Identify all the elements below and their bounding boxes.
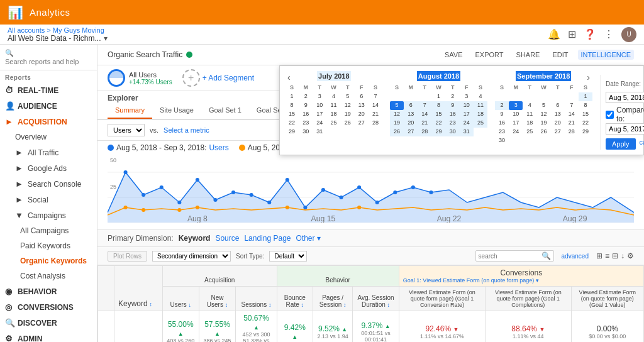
th-viewedcompletions[interactable]: Viewed Estimate Form (on quote form page… [486,287,572,311]
conv-dropdown[interactable]: Goal 1: Viewed Estimate Form (on quote f… [403,277,640,284]
intelligence-button[interactable]: INTELLIGENCE [578,50,634,60]
search-input[interactable] [5,58,92,65]
breadcrumb[interactable]: All accounts > My Guys Moving [8,26,108,34]
metric-select[interactable]: Users [108,124,145,136]
cal-next-icon[interactable]: › [584,72,592,82]
sidebar-item-acquisition[interactable]: ► ACQUISITION [0,114,97,130]
sidebar-item-paidkeywords[interactable]: Paid Keywords [0,238,97,253]
sidebar-item-conversions[interactable]: ◎ CONVERSIONS [0,299,97,315]
add-segment-button[interactable]: + + Add Segment [182,69,254,87]
searchconsole-icon: ► [15,179,24,189]
settings-icon[interactable]: ⚙ [627,251,634,260]
sidebar-item-discover[interactable]: 🔍 DISCOVER [0,315,97,331]
conversions-icon: ◎ [5,302,14,312]
sidebar-label-acquisition: ACQUISITION [18,118,67,126]
sort-type-label: Sort Type: [236,253,264,260]
sidebar-label-costanalysis: Cost Analysis [20,272,65,280]
sidebar-item-realtime[interactable]: ⏱ REAL-TIME [0,82,97,98]
grid-view-icon[interactable]: ⊞ [596,251,602,260]
cal-prev-icon[interactable]: ‹ [285,72,293,82]
more-vert-icon[interactable]: ⋮ [604,28,614,40]
svg-point-12 [267,201,271,204]
behavior-icon: ◉ [5,287,14,296]
primary-dim-label: Primary Dimension: [108,234,174,243]
totals-label-cell [114,311,163,343]
bell-icon[interactable]: 🔔 [548,28,560,40]
search-bar[interactable]: 🔍 [0,45,97,70]
edit-button[interactable]: EDIT [549,50,571,60]
campaigns-icon: ▼ [15,211,24,220]
totals-avgsession: 9.37% ▲ 00:01:51 vs 00:01:41 [353,311,399,343]
help-icon[interactable]: ❓ [584,28,596,40]
sidebar-item-admin[interactable]: ⚙ ADMIN [0,331,97,342]
grid-icon[interactable]: ⊞ [568,28,576,40]
cal-grid-september: SMTWTFS 1 2345678 9101112131415 16171819… [495,84,592,145]
sidebar-item-alltraffic[interactable]: ► All Traffic [0,145,97,160]
plot-rows-button[interactable]: Plot Rows [108,251,147,262]
export-button[interactable]: EXPORT [472,50,507,60]
alltraffic-icon: ► [15,148,24,157]
th-users[interactable]: Users ↓ [162,287,199,311]
totals-checkbox-cell [98,311,114,343]
sort-type-select[interactable]: Default [269,251,307,262]
sidebar-label-conversions: CONVERSIONS [18,303,74,312]
sidebar-label-audience: AUDIENCE [18,102,57,111]
cal-month-august: August 2018 SMTWTFS 1234 567891011 12131… [390,71,487,145]
secondary-dim-select[interactable]: Secondary dimension [152,251,231,262]
tab-siteusage[interactable]: Site Usage [152,102,201,119]
sidebar-item-googleads[interactable]: ► Google Ads [0,160,97,176]
tab-goalset1[interactable]: Goal Set 1 [201,102,249,119]
tab-summary[interactable]: Summary [108,102,152,119]
th-pages[interactable]: Pages / Session ↕ [313,287,353,311]
sidebar-item-audience[interactable]: 👤 AUDIENCE [0,98,97,114]
sidebar-item-social[interactable]: ► Social [0,192,97,207]
sidebar-item-searchconsole[interactable]: ► Search Console [0,176,97,192]
apply-button[interactable]: Apply [606,138,636,150]
th-avgsession[interactable]: Avg. Session Duration ↕ [353,287,399,311]
avatar[interactable]: U [621,27,636,42]
download-icon[interactable]: ↓ [621,251,625,260]
th-viewedrate[interactable]: Viewed Estimate Form (on quote form page… [399,287,485,311]
legend-dot-orange [239,145,245,151]
th-acquisition-group: Acquisition [162,266,277,287]
advanced-link[interactable]: advanced [562,253,589,260]
list-view-icon[interactable]: ≡ [605,251,609,260]
svg-text:Aug 8: Aug 8 [187,214,208,223]
account-dropdown-icon[interactable]: ▾ [104,34,108,43]
dim-source[interactable]: Source [215,234,239,243]
totals-viewedcompletions: 88.64% ▼ 1.11% vs 44 [486,311,572,343]
compare-checkbox[interactable] [606,111,614,119]
sidebar-label-campaigns: Campaigns [28,211,66,220]
range-label: Date Range: [606,80,641,87]
table-search-input[interactable] [479,253,541,260]
th-bouncerate[interactable]: Bounce Rate ↕ [277,287,313,311]
sub-header: All accounts > My Guys Moving All Web Si… [0,25,644,45]
sidebar-item-organickeywords[interactable]: Organic Keywords [0,253,97,268]
sidebar-item-behavior[interactable]: ◉ BEHAVIOR [0,284,97,299]
th-sessions[interactable]: Sessions ↕ [236,287,277,311]
sidebar-item-campaigns[interactable]: ▼ Campaigns [0,207,97,223]
sidebar-item-costanalysis[interactable]: Cost Analysis [0,268,97,284]
svg-point-15 [321,188,325,192]
dim-other[interactable]: Other ▾ [296,234,321,243]
cancel-link[interactable]: cancel [640,138,644,150]
th-newusers[interactable]: New Users ↕ [199,287,236,311]
sidebar-item-overview[interactable]: Overview [0,130,97,145]
compare-start-input[interactable] [606,123,644,135]
cal-month-title-july: July 2018 [317,71,351,81]
dim-keyword[interactable]: Keyword [179,234,211,243]
compare-checkbox-row: Compare to: Previous year [606,106,644,123]
pivot-icon[interactable]: ⊟ [612,251,618,260]
segment-info: All Users +14.73% Users [129,71,172,86]
social-icon: ► [15,195,24,204]
th-keyword[interactable]: Keyword ↕ [114,266,163,311]
totals-bounce: 9.42% ▲ [277,311,313,343]
save-button[interactable]: SAVE [441,50,466,60]
dim-landingpage[interactable]: Landing Page [244,234,291,243]
th-viewedvalue[interactable]: Viewed Estimate Form (on quote form page… [571,287,643,311]
share-button[interactable]: SHARE [513,50,543,60]
select-metric-link[interactable]: Select a metric [164,126,209,134]
data-table: Keyword ↕ Acquisition Behavior Conversio… [97,265,644,342]
start-date-input[interactable] [606,92,644,103]
sidebar-item-allcampaigns[interactable]: All Campaigns [0,223,97,238]
